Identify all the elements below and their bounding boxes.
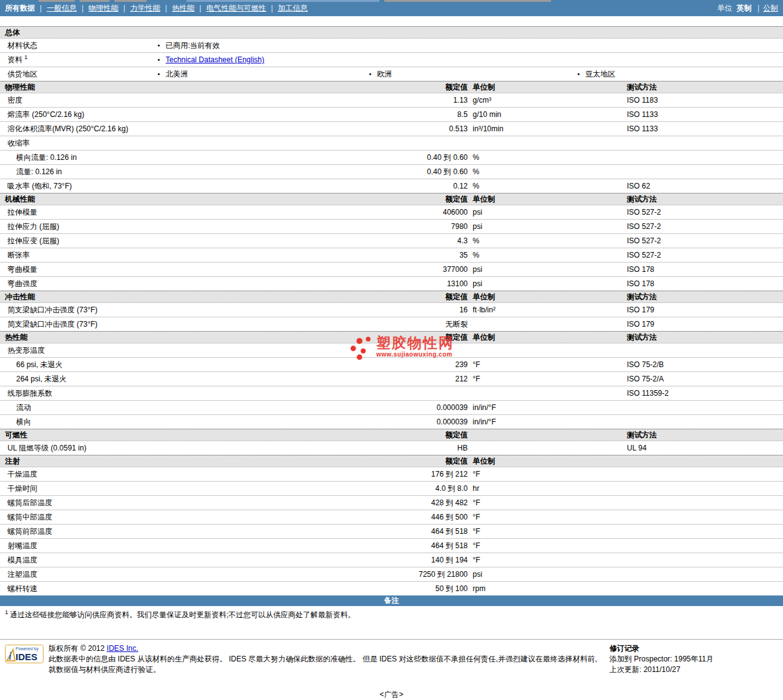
row-label: 注塑温度	[7, 567, 37, 581]
row-label: 模具温度	[7, 553, 37, 567]
row-value: 428 到 482	[261, 496, 468, 510]
table-row: 264 psi, 未退火212°FISO 75-2/A	[0, 371, 783, 386]
nav-item-4[interactable]: 热性能	[172, 4, 195, 12]
row-label: 热变形温度	[7, 343, 45, 357]
row-value: 35	[261, 248, 468, 262]
row-label: 干燥温度	[7, 467, 37, 481]
copyright-text: 版权所有 © 2012	[49, 644, 107, 653]
row-value: 140 到 194	[261, 553, 468, 567]
row-label: 线形膨胀系数	[7, 386, 52, 400]
table-row: 螺筒前部温度464 到 518°F	[0, 524, 783, 538]
table-row: 拉伸应变 (屈服)4.3%ISO 527-2	[0, 233, 783, 248]
row-value: 1.13	[261, 93, 468, 107]
table-row: 熔流率 (250°C/2.16 kg)8.5g/10 minISO 1133	[0, 107, 783, 121]
bullet-item: ●北美洲	[157, 67, 188, 81]
nav-item-1[interactable]: 一般信息	[47, 4, 76, 12]
row-unit: °F	[473, 372, 480, 386]
row-value: 8.5	[261, 108, 468, 121]
ides-logo: i Powered by IDES	[5, 645, 44, 665]
nav-item-2[interactable]: 物理性能	[88, 4, 118, 12]
section-header-physical: 物理性能额定值单位制测试方法	[0, 81, 783, 93]
revision-updated-label: 上次更新:	[609, 665, 641, 674]
table-row: 流量: 0.126 in0.40 到 0.60%	[0, 164, 783, 179]
datasheet-link[interactable]: Technical Datasheet (English)	[165, 55, 264, 64]
section-general: 总体材料状态●已商用:当前有效资料 1●Technical Datasheet …	[0, 26, 783, 81]
row-value: 7980	[261, 220, 468, 233]
table-row: 吸水率 (饱和, 73°F)0.12%ISO 62	[0, 179, 783, 193]
row-unit: %	[473, 234, 480, 248]
row-label: 弯曲模量	[7, 263, 37, 276]
row-unit: °F	[473, 467, 480, 481]
nav-item-0[interactable]: 所有数据	[5, 4, 35, 12]
row-label: 弯曲强度	[7, 277, 37, 291]
ides-inc-link[interactable]: IDES Inc.	[107, 644, 139, 653]
section-header-flammability: 可燃性额定值测试方法	[0, 429, 783, 441]
row-value: HB	[261, 441, 468, 455]
table-row: 螺筒中部温度446 到 500°F	[0, 510, 783, 524]
bullet-item: ●Technical Datasheet (English)	[157, 53, 264, 67]
section-header-thermal: 热性能额定值单位制测试方法	[0, 331, 783, 343]
row-value: 0.513	[261, 122, 468, 136]
bullet-text: 北美洲	[165, 70, 188, 78]
nav-separator: |	[200, 4, 202, 12]
row-label: 收缩率	[7, 136, 30, 150]
row-label: 264 psi, 未退火	[16, 372, 67, 386]
nav-links: 所有数据|一般信息|物理性能|力学性能|热性能|电气性能与可燃性|加工信息	[5, 2, 310, 16]
nav-separator: |	[123, 4, 125, 12]
table-row: 横向流量: 0.126 in0.40 到 0.60%	[0, 150, 783, 164]
revision-updated-value: 2011/10/27	[644, 665, 680, 674]
row-value: 0.40 到 0.60	[261, 165, 468, 179]
row-value: 239	[261, 358, 468, 371]
row-test-method: ISO 527-2	[627, 234, 661, 248]
row-unit: °F	[473, 358, 480, 371]
unit-metric-link[interactable]: 公制	[763, 4, 778, 12]
row-unit: hr	[473, 482, 480, 495]
section-header-general: 总体	[0, 26, 783, 38]
column-header-unit: 单位制	[473, 82, 495, 93]
nav-item-6[interactable]: 加工信息	[278, 4, 308, 12]
row-test-method: ISO 75-2/A	[627, 372, 664, 386]
row-value: 13100	[261, 277, 468, 291]
row-label: 供货地区	[7, 67, 37, 81]
copyright-line: 版权所有 © 2012 IDES Inc.	[49, 643, 597, 654]
datasheet-page: 所有数据|一般信息|物理性能|力学性能|热性能|电气性能与可燃性|加工信息 单位…	[0, 0, 783, 700]
nav-item-3[interactable]: 力学性能	[130, 4, 160, 12]
table-row: 密度1.13g/cm³ISO 1183	[0, 93, 783, 107]
table-row: 拉伸应力 (屈服)7980psiISO 527-2	[0, 219, 783, 233]
row-unit: g/10 min	[473, 108, 501, 121]
bullet-text: 欧洲	[377, 70, 392, 78]
column-header-method: 测试方法	[627, 291, 657, 302]
table-row: 横向0.000039in/in/°F	[0, 414, 783, 429]
row-test-method: ISO 1133	[627, 122, 658, 136]
row-test-method: ISO 179	[627, 317, 654, 331]
section-header-mechanical: 机械性能额定值单位制测试方法	[0, 193, 783, 205]
bullet-text: 已商用:当前有效	[165, 41, 220, 50]
column-header-method: 测试方法	[627, 332, 657, 343]
nav-item-5[interactable]: 电气性能与可燃性	[206, 4, 266, 12]
table-row: 流动0.000039in/in/°F	[0, 400, 783, 414]
section-title: 总体	[5, 27, 20, 38]
unit-imperial-current[interactable]: 英制	[737, 4, 752, 12]
bullet-icon: ●	[157, 43, 160, 47]
revision-added-value: 1995年11月	[674, 655, 713, 663]
nav-separator: |	[40, 4, 42, 12]
footnote-ref: 1	[24, 54, 27, 60]
column-header-unit: 单位制	[473, 194, 495, 205]
row-unit: in³/10min	[473, 122, 503, 136]
revision-title: 修订记录	[609, 643, 713, 654]
column-header-value: 额定值	[261, 291, 468, 302]
row-label: 材料状态	[7, 39, 37, 52]
footnote-marker: 1	[5, 609, 8, 615]
row-value: 16	[261, 303, 468, 317]
row-label: 资料 1	[7, 53, 27, 67]
svg-text:Powered by: Powered by	[16, 646, 39, 651]
bullet-text: 亚太地区	[585, 70, 615, 78]
row-test-method: ISO 179	[627, 303, 654, 317]
column-header-method: 测试方法	[627, 82, 657, 93]
column-header-value: 额定值	[261, 82, 468, 93]
row-value: 4.3	[261, 234, 468, 248]
row-label: 吸水率 (饱和, 73°F)	[7, 179, 72, 193]
row-value: 7250 到 21800	[261, 567, 468, 581]
row-test-method: ISO 178	[627, 263, 654, 276]
row-unit: °F	[473, 525, 480, 538]
